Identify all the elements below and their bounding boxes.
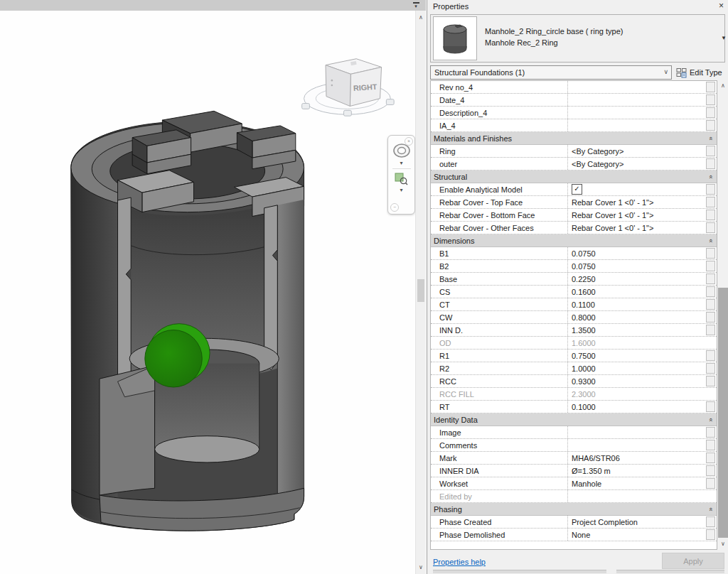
property-value[interactable]: 0.1100 [568, 298, 705, 310]
scroll-up-icon[interactable]: ∧ [717, 80, 728, 92]
associate-parameter-button[interactable] [706, 184, 715, 195]
associate-parameter-button[interactable] [706, 210, 715, 220]
wheel-dropdown-icon[interactable]: ▾ [400, 160, 402, 166]
associate-parameter-button[interactable] [706, 363, 715, 374]
property-value[interactable] [568, 439, 705, 451]
associate-parameter-button[interactable] [706, 376, 715, 386]
property-row: Description_4 [431, 107, 717, 119]
scroll-down-icon[interactable]: ∨ [717, 538, 728, 550]
property-value[interactable]: 0.2250 [568, 273, 705, 285]
property-value[interactable] [568, 426, 705, 438]
navbar-close-icon[interactable]: × [405, 137, 413, 146]
grid-scrollbar[interactable]: ∧ ∨ [717, 80, 728, 550]
property-row: CS0.1600 [431, 286, 717, 298]
property-value[interactable]: Project Completion [568, 516, 705, 528]
associate-parameter-button[interactable] [706, 197, 715, 207]
viewcube-ring-handle[interactable] [386, 99, 394, 105]
navbar-minimize-icon[interactable]: − [390, 203, 399, 212]
property-row: Phase CreatedProject Completion [431, 516, 717, 529]
property-value[interactable]: Ø=1.350 m [568, 465, 705, 477]
zoom-dropdown-icon[interactable]: ▾ [400, 187, 402, 193]
property-value[interactable]: 0.9300 [568, 375, 705, 387]
associate-parameter-button[interactable] [706, 286, 715, 297]
collapse-group-icon[interactable]: « [707, 504, 714, 515]
property-value[interactable]: Rebar Cover 1 <0' - 1"> [568, 222, 705, 234]
property-value[interactable]: <By Category> [568, 145, 705, 157]
property-value[interactable] [568, 81, 705, 93]
collapse-group-icon[interactable]: « [707, 414, 714, 426]
associate-parameter-button[interactable] [706, 299, 715, 310]
associate-parameter-button[interactable] [706, 158, 715, 169]
collapse-group-icon[interactable]: « [707, 133, 714, 144]
property-value[interactable] [568, 94, 705, 106]
property-value[interactable]: 1.0000 [568, 362, 705, 374]
property-value[interactable]: 0.0750 [568, 260, 705, 272]
viewcube-face-label[interactable]: RIGHT [353, 82, 378, 92]
associate-parameter-button[interactable] [706, 529, 715, 540]
properties-panel: Properties × Manhole_2 Ring_circle base … [427, 0, 728, 574]
associate-parameter-button[interactable] [706, 82, 715, 92]
associate-parameter-button[interactable] [706, 427, 715, 438]
property-value[interactable]: <By Category> [568, 158, 705, 170]
type-selector[interactable]: Manhole_2 Ring_circle base ( ring type) … [430, 14, 725, 63]
collapse-viewport-icon[interactable]: ▾ [412, 1, 420, 9]
collapse-group-icon[interactable]: « [707, 235, 714, 247]
property-value[interactable]: Rebar Cover 1 <0' - 1"> [568, 209, 705, 221]
selection-filter-combo[interactable]: Structural Foundations (1) ∨ [430, 65, 672, 80]
property-label: Base [431, 273, 568, 285]
associate-parameter-button[interactable] [706, 222, 715, 233]
manhole-model[interactable] [71, 111, 304, 531]
property-value[interactable]: None [568, 529, 705, 541]
collapse-group-icon[interactable]: « [707, 171, 714, 183]
property-value[interactable]: 0.7500 [568, 350, 705, 362]
property-value[interactable]: MHA6/STR06 [568, 452, 705, 464]
associate-parameter-button[interactable] [706, 94, 715, 105]
scroll-down-icon[interactable]: ∨ [416, 562, 426, 573]
apply-button[interactable]: Apply [662, 553, 724, 569]
associate-parameter-button[interactable] [706, 350, 715, 361]
property-value[interactable]: 0.1600 [568, 286, 705, 298]
associate-parameter-button[interactable] [706, 440, 715, 450]
scroll-up-icon[interactable]: ∧ [416, 12, 426, 23]
property-value[interactable]: 0.0750 [568, 247, 705, 259]
checkbox-checked-icon[interactable]: ✓ [572, 184, 582, 195]
associate-parameter-button[interactable] [706, 248, 715, 259]
zoom-region-button[interactable] [395, 172, 408, 187]
associate-parameter-button[interactable] [706, 516, 715, 527]
param-button-column [705, 452, 717, 464]
property-value[interactable]: Manhole [568, 477, 705, 489]
param-button-column [705, 490, 717, 502]
viewcube-ring-handle[interactable] [302, 104, 310, 109]
associate-parameter-button[interactable] [706, 274, 715, 284]
associate-parameter-button[interactable] [706, 465, 715, 476]
property-value[interactable]: ✓ [568, 183, 705, 195]
viewcube-ring-handle[interactable] [344, 110, 352, 116]
viewcube[interactable]: RIGHT [302, 59, 395, 116]
associate-parameter-button[interactable] [706, 325, 715, 335]
property-value[interactable]: 0.8000 [568, 311, 705, 323]
edit-type-button[interactable]: Edit Type [676, 65, 724, 80]
close-panel-icon[interactable]: × [719, 1, 724, 11]
property-value[interactable] [568, 119, 705, 131]
grid-scrollbar-thumb[interactable] [718, 288, 728, 538]
properties-help-link[interactable]: Properties help [433, 558, 486, 566]
param-button-column [705, 222, 717, 234]
associate-parameter-button[interactable] [706, 478, 715, 489]
associate-parameter-button[interactable] [706, 453, 715, 463]
property-value[interactable]: 0.1000 [568, 401, 705, 413]
type-selector-dropdown-icon[interactable]: ▼ [721, 35, 727, 41]
combo-chevron-icon[interactable]: ∨ [663, 68, 668, 75]
property-value[interactable]: 1.3500 [568, 324, 705, 336]
associate-parameter-button[interactable] [706, 146, 715, 156]
viewport-scrollbar-thumb[interactable] [417, 279, 424, 302]
associate-parameter-button[interactable] [706, 261, 715, 271]
property-value[interactable]: Rebar Cover 1 <0' - 1"> [568, 196, 705, 208]
viewport-scrollbar[interactable]: ∧ ∨ [415, 11, 426, 574]
associate-parameter-button[interactable] [706, 107, 715, 118]
drawing-area[interactable]: RIGHT ▾ × ▾ [0, 0, 426, 574]
associate-parameter-button[interactable] [706, 401, 715, 412]
property-value[interactable] [568, 107, 705, 119]
manhole-3d-view[interactable]: RIGHT [0, 11, 426, 574]
associate-parameter-button[interactable] [706, 120, 715, 131]
associate-parameter-button[interactable] [706, 312, 715, 323]
